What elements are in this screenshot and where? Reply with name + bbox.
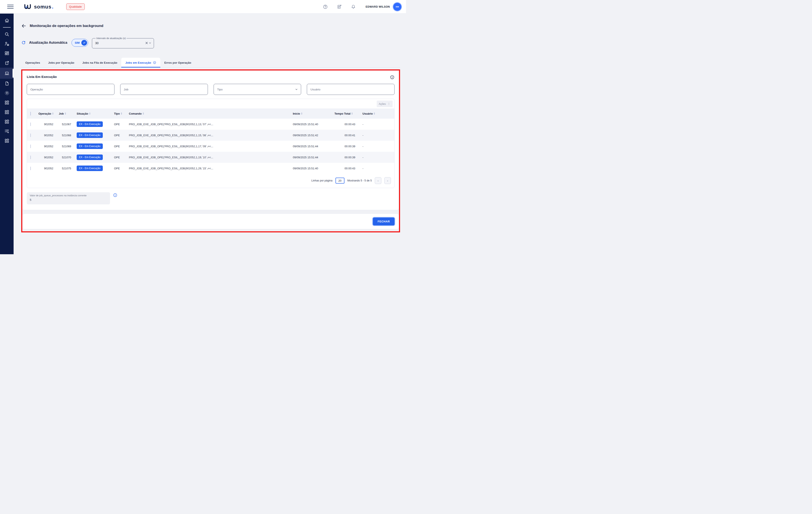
tab-jobs-por-operacao[interactable]: Jobs por Operação — [44, 58, 78, 67]
filter-usuario — [307, 84, 395, 95]
bell-icon[interactable] — [351, 4, 356, 9]
sidebar-item-home[interactable] — [0, 16, 13, 25]
help-icon[interactable] — [323, 4, 328, 9]
tab-jobs-na-fila[interactable]: Jobs na Fila de Execução — [78, 58, 121, 67]
row-checkbox[interactable] — [30, 145, 31, 148]
user-home-icon — [4, 41, 9, 46]
row-checkbox[interactable] — [30, 156, 31, 159]
list-add-icon — [4, 129, 9, 134]
category-icon — [4, 110, 9, 115]
map-pin-icon — [4, 91, 9, 95]
sidebar-item-map-pin[interactable] — [0, 88, 13, 98]
laptop-icon — [4, 71, 9, 76]
tab-jobs-em-execucao[interactable]: Jobs em Execução — [121, 58, 160, 67]
auto-refresh-toggle[interactable]: SIM — [71, 39, 88, 47]
somus-logo: somus. — [24, 3, 54, 10]
sidebar — [0, 13, 13, 254]
row-checkbox[interactable] — [30, 167, 31, 170]
lista-em-execucao-panel: Lista Em Execução — [22, 70, 399, 210]
sidebar-item-search[interactable] — [0, 30, 13, 39]
chevron-left-icon: ‹ — [378, 179, 378, 182]
tab-operacoes[interactable]: Operações — [21, 58, 44, 67]
sidebar-divider — [3, 27, 10, 28]
info-icon[interactable] — [390, 75, 395, 80]
sidebar-item-dashboard[interactable] — [0, 49, 13, 58]
category-icon — [4, 119, 9, 124]
table-row: 902052 521067 EX - Em Execução OPE PRO_J… — [27, 119, 394, 130]
interval-label: Intervalo de atualização (s) — [95, 37, 126, 39]
table-row: 902052 521069 EX - Em Execução OPE PRO_J… — [27, 141, 394, 152]
job-queue-processes-label: Valor de job_queue_processes na instânci… — [30, 194, 107, 197]
panel-footer: FECHAR — [22, 213, 399, 229]
acoes-button[interactable]: Ações — [377, 100, 393, 107]
auto-refresh-label: Atualização Automática — [29, 41, 67, 44]
info-icon[interactable] — [113, 193, 117, 198]
topbar: somus. Qualidade EDWARD WILSON EW — [0, 0, 406, 13]
tab-erros-por-operacao[interactable]: Erros por Operação — [160, 58, 195, 67]
sidebar-item-category-3[interactable] — [0, 117, 13, 126]
jobs-table: Operação Job Situação Tipo Comando Iníci… — [27, 109, 394, 174]
sort-icon[interactable] — [121, 113, 122, 115]
sort-icon[interactable] — [52, 113, 54, 115]
sidebar-item-category-2[interactable] — [0, 108, 13, 117]
status-badge: EX - Em Execução — [77, 154, 103, 160]
rows-per-page-label: Linhas por página — [311, 179, 332, 182]
row-checkbox[interactable] — [30, 133, 31, 137]
check-circle-icon — [153, 61, 156, 64]
table-row: 902052 521070 EX - Em Execução OPE PRO_J… — [27, 152, 394, 163]
brand-dot: . — [52, 3, 53, 10]
filter-job — [120, 84, 208, 95]
sort-icon[interactable] — [89, 113, 90, 115]
sort-icon[interactable] — [65, 113, 66, 115]
sidebar-item-external[interactable] — [0, 58, 13, 68]
back-arrow-icon[interactable] — [21, 23, 26, 28]
avatar[interactable]: EW — [393, 3, 401, 11]
page-title: Monitoração de operações em background — [30, 24, 104, 28]
category-icon — [4, 139, 9, 143]
jobs-table-card: Ações Operação Job Situação Tipo Comando — [27, 99, 395, 188]
highlight-rectangle: Lista Em Execução — [21, 69, 400, 232]
dots-vertical-icon — [387, 102, 390, 105]
sidebar-item-category-1[interactable] — [0, 98, 13, 108]
interval-field: Intervalo de atualização (s) — [92, 37, 154, 49]
filter-row — [27, 84, 395, 95]
sidebar-item-user-home[interactable] — [0, 39, 13, 49]
sort-icon[interactable] — [374, 113, 375, 115]
search-icon — [4, 32, 9, 37]
category-icon — [4, 100, 9, 105]
table-row: 902052 521068 EX - Em Execução OPE PRO_J… — [27, 130, 394, 141]
menu-icon[interactable] — [7, 4, 13, 10]
sort-icon[interactable] — [351, 113, 353, 115]
chevron-down-icon[interactable] — [148, 41, 152, 44]
external-link-icon — [4, 60, 9, 65]
tab-bar: Operações Jobs por Operação Jobs na Fila… — [21, 58, 400, 68]
sidebar-item-list-add[interactable] — [0, 126, 13, 136]
filter-tipo — [213, 84, 301, 95]
select-all-checkbox[interactable] — [30, 112, 31, 116]
status-badge: EX - Em Execução — [77, 132, 103, 138]
sort-icon[interactable] — [143, 113, 144, 115]
next-page-button[interactable]: › — [384, 177, 391, 184]
sidebar-item-category-4[interactable] — [0, 136, 13, 146]
fechar-button[interactable]: FECHAR — [373, 217, 395, 225]
row-checkbox[interactable] — [30, 122, 31, 126]
sidebar-item-document[interactable] — [0, 79, 13, 88]
brand-text: somus — [34, 4, 51, 10]
interval-input[interactable] — [95, 41, 145, 45]
tipo-filter-select[interactable] — [213, 84, 301, 95]
prev-page-button[interactable]: ‹ — [375, 177, 381, 184]
job-queue-processes-value: 5 — [30, 198, 107, 202]
refresh-icon[interactable] — [21, 40, 26, 45]
sort-icon[interactable] — [301, 113, 302, 115]
operacao-filter-input[interactable] — [27, 84, 114, 95]
usuario-filter-input[interactable] — [307, 84, 395, 95]
pagination: Linhas por página Mostrando 5 - 5 de 5 ‹… — [27, 174, 394, 188]
sidebar-item-monitor[interactable] — [0, 68, 13, 79]
toggle-value: SIM — [75, 41, 80, 44]
home-icon — [4, 18, 9, 23]
rows-per-page-input[interactable] — [336, 178, 344, 184]
clear-icon[interactable] — [145, 41, 148, 45]
clipboard-add-icon[interactable] — [337, 4, 342, 9]
job-filter-input[interactable] — [120, 84, 208, 95]
showing-label: Mostrando 5 - 5 de 5 — [347, 179, 372, 182]
